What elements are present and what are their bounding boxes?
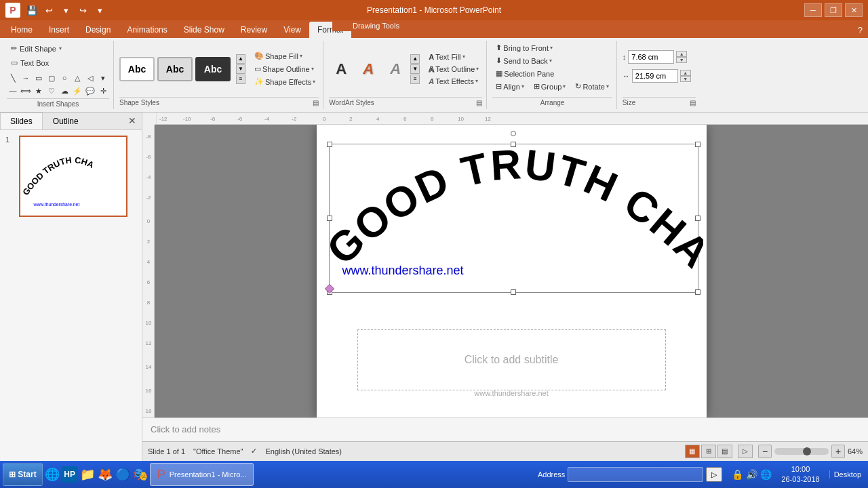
shape-style-3-button[interactable]: Abc [195, 57, 231, 81]
tab-slides[interactable]: Slides [0, 113, 43, 129]
wordart-style-1-button[interactable]: A [329, 57, 353, 81]
tab-animations[interactable]: Animations [119, 22, 175, 38]
zoom-slider[interactable] [774, 448, 829, 455]
tab-slideshow[interactable]: Slide Show [176, 22, 233, 38]
line2-shape-icon[interactable]: — [7, 85, 19, 97]
text-fill-button[interactable]: A Text Fill ▾ [425, 52, 482, 62]
callout-shape-icon[interactable]: 💬 [84, 85, 96, 97]
star-shape-icon[interactable]: ★ [33, 85, 45, 97]
bring-front-button[interactable]: ⬆ Bring to Front ▾ [492, 42, 556, 54]
shape-effects-button[interactable]: ✨ Shape Effects ▾ [251, 76, 319, 87]
address-input[interactable] [568, 467, 703, 482]
height-input[interactable]: 21.59 cm [632, 69, 678, 83]
handle-bot-right[interactable] [695, 289, 701, 295]
shape-outline-button[interactable]: ▭ Shape Outline ▾ [251, 63, 319, 75]
oval-shape-icon[interactable]: ○ [58, 72, 71, 84]
normal-view-btn[interactable]: ▦ [685, 445, 700, 458]
shape-style-scroll-down[interactable]: ▼ [236, 64, 245, 74]
zoom-thumb[interactable] [803, 447, 811, 455]
reading-view-btn[interactable]: ▤ [717, 445, 732, 458]
tab-view[interactable]: View [275, 22, 309, 38]
height-spin-up[interactable]: ▲ [680, 70, 691, 76]
shape-style-2-button[interactable]: Abc [157, 57, 193, 81]
save-button[interactable]: 💾 [24, 3, 39, 18]
handle-bot-left[interactable] [327, 289, 332, 295]
send-back-icon: ⬇ [496, 56, 502, 65]
media-icon[interactable]: 🎭 [132, 466, 149, 483]
line-shape-icon[interactable]: ╲ [7, 72, 19, 84]
shape-style-more[interactable]: ≡ [236, 75, 245, 84]
tab-outline[interactable]: Outline [43, 113, 89, 129]
files-icon[interactable]: 📁 [79, 466, 96, 483]
wordart-style-3-button[interactable]: A [383, 57, 408, 81]
help-button[interactable]: ? [852, 22, 868, 38]
rtriangle-shape-icon[interactable]: ◁ [84, 72, 96, 84]
close-button[interactable]: ✕ [845, 3, 863, 17]
tab-design[interactable]: Design [77, 22, 119, 38]
desktop-label[interactable]: Desktop [829, 470, 865, 479]
wordart-scroll-up[interactable]: ▲ [410, 54, 420, 64]
slide-sorter-btn[interactable]: ⊞ [701, 445, 716, 458]
address-go-btn[interactable]: ▷ [706, 467, 722, 482]
wordart-scroll-down[interactable]: ▼ [410, 64, 420, 74]
shape-style-scroll-up[interactable]: ▲ [236, 54, 245, 64]
slide-canvas[interactable]: GOOD TRUTH CHA www.thundershare.net Clic… [317, 125, 707, 418]
size-expand-icon[interactable]: ▤ [690, 99, 696, 106]
text-effects-button[interactable]: A Text Effects ▾ [425, 76, 482, 87]
redo-button[interactable]: ↪ [75, 3, 90, 18]
zoom-out-btn[interactable]: − [758, 445, 772, 458]
chrome-icon[interactable]: 🔵 [115, 466, 131, 483]
powerpoint-taskbar-btn[interactable]: P Presentation1 - Micro... [150, 463, 254, 486]
cloud-shape-icon[interactable]: ☁ [58, 85, 71, 97]
canvas-area[interactable]: GOOD TRUTH CHA www.thundershare.net Clic… [155, 125, 868, 418]
width-input[interactable]: 7.68 cm [628, 50, 674, 64]
edit-shape-button[interactable]: ✏ Edit Shape ▾ [7, 42, 66, 55]
darrow-shape-icon[interactable]: ⟺ [20, 85, 32, 97]
shape-fill-button[interactable]: 🎨 Shape Fill ▾ [251, 50, 319, 62]
rotate-button[interactable]: ↻ Rotate ▾ [572, 81, 612, 92]
zoom-in-btn[interactable]: + [831, 445, 845, 458]
text-outline-button[interactable]: A Text Outline ▾ [425, 64, 482, 75]
wordart-more[interactable]: ≡ [410, 75, 420, 84]
slideshow-btn[interactable]: ▷ [738, 445, 753, 458]
tab-home[interactable]: Home [3, 22, 41, 38]
undo-dropdown-button[interactable]: ▾ [58, 3, 73, 18]
text-box-button[interactable]: ▭ Text Box [7, 56, 66, 69]
handle-bot-mid[interactable] [511, 289, 516, 295]
send-back-button[interactable]: ⬇ Send to Back ▾ [492, 55, 555, 66]
shape-fill-dropdown-icon: ▾ [300, 53, 302, 59]
align-button[interactable]: ⊟ Align ▾ [492, 81, 527, 92]
wordart-styles-expand-icon[interactable]: ▤ [476, 99, 482, 106]
triangle-shape-icon[interactable]: △ [71, 72, 83, 84]
cross-shape-icon[interactable]: ✛ [97, 85, 109, 97]
heart-shape-icon[interactable]: ♡ [45, 85, 58, 97]
subtitle-placeholder[interactable]: Click to add subtitle [357, 329, 666, 390]
arrow-shape-icon[interactable]: → [20, 72, 32, 84]
tab-review[interactable]: Review [233, 22, 275, 38]
svg-text:-4: -4 [264, 116, 270, 122]
notes-area[interactable]: Click to add notes [142, 418, 868, 441]
width-spin-up[interactable]: ▲ [676, 51, 687, 57]
height-spin-down[interactable]: ▼ [680, 76, 691, 82]
hp-icon[interactable]: HP [62, 466, 78, 483]
shape-style-1-button[interactable]: Abc [119, 57, 155, 81]
group-button[interactable]: ⊞ Group ▾ [530, 81, 570, 92]
rect-shape-icon[interactable]: ▭ [33, 72, 45, 84]
width-spin-down[interactable]: ▼ [676, 57, 687, 63]
minimize-button[interactable]: ─ [804, 3, 822, 17]
selection-pane-button[interactable]: ▦ Selection Pane [492, 68, 557, 79]
shape-styles-expand-icon[interactable]: ▤ [313, 99, 319, 106]
ie-icon[interactable]: 🌐 [44, 466, 60, 483]
wordart-style-2-button[interactable]: A [356, 57, 380, 81]
panel-close-button[interactable]: ✕ [123, 113, 142, 129]
undo-button[interactable]: ↩ [41, 3, 56, 18]
customize-qa-button[interactable]: ▾ [92, 3, 107, 18]
rounded-rect-shape-icon[interactable]: ▢ [45, 72, 58, 84]
more-shapes-icon[interactable]: ▾ [97, 72, 109, 84]
lightning-shape-icon[interactable]: ⚡ [71, 85, 83, 97]
tab-insert[interactable]: Insert [41, 22, 77, 38]
restore-button[interactable]: ❐ [825, 3, 842, 17]
start-button[interactable]: ⊞ Start [3, 463, 43, 486]
firefox-icon[interactable]: 🦊 [97, 466, 113, 483]
slide-thumbnail[interactable]: GOOD TRUTH CHA www.thundershare.net [19, 136, 127, 217]
